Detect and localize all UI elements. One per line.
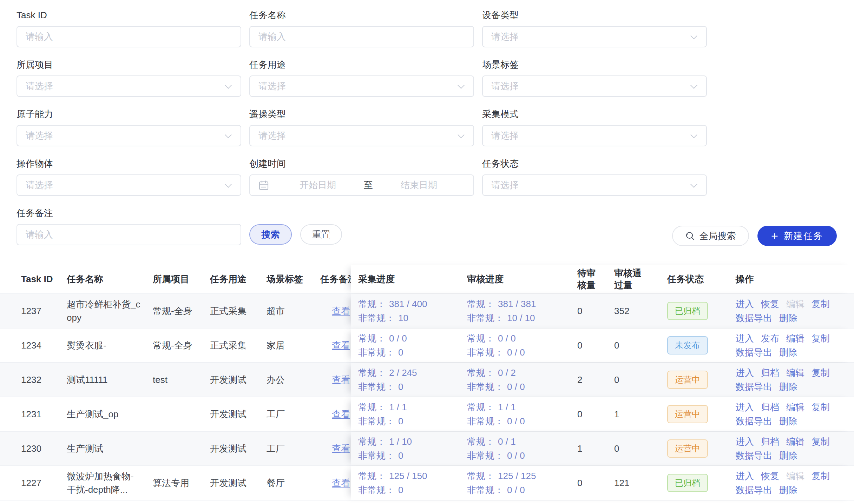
approved-count-cell: 0 (611, 340, 664, 351)
progress-label: 非常规： (358, 449, 395, 463)
row-left-columns: 1230生产测试开发测试工厂查看 (0, 432, 351, 465)
filter-select[interactable]: 请选择 (482, 174, 707, 196)
date-range-separator: 至 (364, 179, 373, 191)
table-header-fixed: 采集进度审核进度待审核量审核通过量任务状态操作 (351, 265, 854, 293)
filter-select[interactable]: 请选择 (249, 125, 474, 146)
action-link-6[interactable]: 删除 (779, 311, 797, 325)
action-link-6[interactable]: 删除 (779, 449, 797, 463)
progress-value: 0 / 0 (507, 380, 525, 394)
filter-select[interactable]: 请选择 (249, 75, 474, 97)
action-link-2[interactable]: 恢复 (761, 297, 779, 311)
progress-value: 0 / 0 (507, 345, 525, 359)
column-header: 操作 (736, 273, 854, 285)
action-link-1[interactable]: 进入 (736, 435, 754, 449)
search-button[interactable]: 搜索 (249, 224, 292, 245)
filter-select[interactable]: 请选择 (17, 125, 241, 146)
action-link-6[interactable]: 删除 (779, 414, 797, 428)
action-link-5[interactable]: 数据导出 (736, 483, 772, 497)
task-management-page: Task ID 请输入 任务名称 请输入 设备类型 请选择 所属项目 请选择 任… (0, 0, 854, 504)
view-remark-link[interactable]: 查看 (332, 339, 350, 352)
action-link-4[interactable]: 复制 (812, 400, 830, 414)
progress-label: 常规： (467, 331, 494, 345)
row-fixed-columns: 常规：0 / 0非常规：0常规：0 / 0非常规：0 / 000未发布进入发布编… (351, 329, 854, 362)
filter-select[interactable]: 请选择 (17, 75, 241, 97)
action-link-2[interactable]: 发布 (761, 331, 779, 345)
task-name-cell: 微波炉加热食物-干扰-depth降... (67, 470, 153, 496)
task-name-cell: 熨烫衣服- (67, 339, 153, 352)
action-link-1[interactable]: 进入 (736, 297, 754, 311)
chevron-down-icon (458, 82, 465, 89)
filter-select[interactable]: 请选择 (17, 174, 241, 196)
filter-select[interactable]: 请选择 (482, 26, 707, 47)
action-link-4[interactable]: 复制 (812, 366, 830, 380)
action-link-5[interactable]: 数据导出 (736, 345, 772, 359)
action-link-2[interactable]: 归档 (761, 435, 779, 449)
action-link-5[interactable]: 数据导出 (736, 380, 772, 394)
action-link-1[interactable]: 进入 (736, 469, 754, 483)
action-link-4[interactable]: 复制 (812, 331, 830, 345)
action-link-2[interactable]: 归档 (761, 400, 779, 414)
progress-label: 常规： (467, 400, 494, 414)
action-link-4[interactable]: 复制 (812, 469, 830, 483)
approved-count-cell: 121 (611, 478, 664, 489)
progress-value: 125 / 150 (389, 469, 427, 483)
table-row: 1230生产测试开发测试工厂查看常规：1 / 10非常规：0常规：0 / 1非常… (0, 432, 854, 466)
table-header: Task ID任务名称所属项目任务用途场景标签任务备注 采集进度审核进度待审核量… (0, 265, 854, 294)
filter-field: 创建时间 开始日期至结束日期 (249, 158, 474, 196)
action-link-3: 编辑 (786, 469, 804, 483)
action-link-3[interactable]: 编辑 (786, 331, 804, 345)
reset-button[interactable]: 重置 (300, 224, 342, 245)
action-link-1[interactable]: 进入 (736, 366, 754, 380)
progress-value: 10 (398, 311, 408, 325)
status-badge: 运营中 (667, 405, 708, 423)
date-range-picker[interactable]: 开始日期至结束日期 (249, 174, 474, 196)
scene-tag-cell: 超市 (264, 305, 320, 317)
view-remark-link[interactable]: 查看 (332, 408, 350, 420)
global-search-button[interactable]: 全局搜索 (672, 226, 749, 246)
progress-label: 非常规： (358, 380, 395, 394)
column-header: Task ID (21, 274, 67, 285)
review-progress-cell: 常规：381 / 381非常规：10 / 10 (467, 297, 572, 325)
action-link-1[interactable]: 进入 (736, 400, 754, 414)
action-link-5[interactable]: 数据导出 (736, 414, 772, 428)
filter-input[interactable]: 请输入 (17, 26, 241, 47)
action-link-3[interactable]: 编辑 (786, 435, 804, 449)
action-link-4[interactable]: 复制 (812, 435, 830, 449)
filter-field-label: 任务用途 (249, 59, 474, 70)
action-link-5[interactable]: 数据导出 (736, 311, 772, 325)
view-remark-link[interactable]: 查看 (332, 477, 350, 489)
status-badge: 未发布 (667, 336, 708, 354)
action-link-5[interactable]: 数据导出 (736, 449, 772, 463)
action-link-3[interactable]: 编辑 (786, 400, 804, 414)
action-link-6[interactable]: 删除 (779, 345, 797, 359)
view-remark-link[interactable]: 查看 (332, 443, 350, 455)
action-link-6[interactable]: 删除 (779, 483, 797, 497)
review-progress-cell: 常规：0 / 0非常规：0 / 0 (467, 331, 572, 359)
action-link-2[interactable]: 归档 (761, 366, 779, 380)
purpose-cell: 开发测试 (210, 408, 264, 420)
scene-tag-cell: 餐厅 (264, 477, 320, 489)
action-link-4[interactable]: 复制 (812, 297, 830, 311)
filter-select[interactable]: 请选择 (482, 125, 707, 146)
start-date-placeholder[interactable]: 开始日期 (272, 179, 364, 191)
purpose-cell: 开发测试 (210, 374, 264, 386)
column-header: 任务状态 (664, 273, 736, 285)
select-placeholder: 请选择 (258, 80, 286, 92)
filter-field: 采集模式 请选择 (482, 109, 707, 146)
end-date-placeholder[interactable]: 结束日期 (373, 179, 465, 191)
filter-select[interactable]: 请选择 (482, 75, 707, 97)
action-link-2[interactable]: 恢复 (761, 469, 779, 483)
row-fixed-columns: 常规：125 / 150非常规：0常规：125 / 125非常规：0 / 001… (351, 466, 854, 500)
approved-count-cell: 0 (611, 374, 664, 385)
filter-input[interactable]: 请输入 (249, 26, 474, 47)
action-link-3[interactable]: 编辑 (786, 366, 804, 380)
purpose-cell: 开发测试 (210, 477, 264, 489)
new-task-button[interactable]: + 新建任务 (757, 226, 837, 246)
action-link-1[interactable]: 进入 (736, 331, 754, 345)
view-remark-link[interactable]: 查看 (332, 374, 350, 386)
progress-label: 常规： (358, 435, 386, 449)
filter-input[interactable]: 请输入 (17, 224, 241, 245)
filter-field: 任务用途 请选择 (249, 59, 474, 97)
action-link-6[interactable]: 删除 (779, 380, 797, 394)
view-remark-link[interactable]: 查看 (332, 305, 350, 317)
